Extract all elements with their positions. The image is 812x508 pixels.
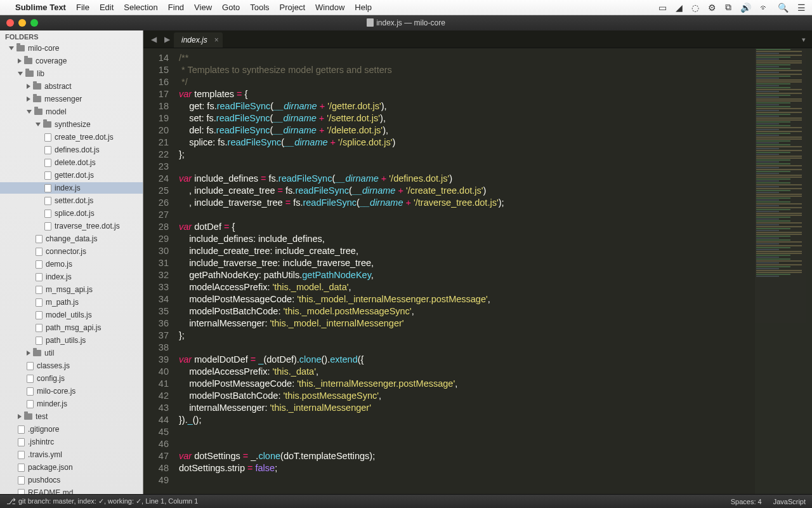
file-splice-dot-js[interactable]: splice.dot.js: [0, 208, 143, 219]
file--gitignore[interactable]: .gitignore: [0, 424, 143, 435]
code-line[interactable]: var templates = {: [179, 88, 812, 100]
file-m_path-js[interactable]: m_path.js: [0, 297, 143, 308]
folder-coverage[interactable]: coverage: [0, 55, 143, 67]
file-index-js[interactable]: index.js: [0, 271, 143, 283]
code-line[interactable]: [179, 209, 812, 221]
menu-goto[interactable]: Goto: [222, 3, 240, 12]
code-line[interactable]: var dotDef = {: [179, 221, 812, 233]
code-line[interactable]: var include_defines = fs.readFileSync(__…: [179, 173, 812, 185]
file-create_tree-dot-js[interactable]: create_tree.dot.js: [0, 131, 143, 143]
code-line[interactable]: get: fs.readFileSync(__dirname + '/gette…: [179, 100, 812, 112]
file-index-js[interactable]: index.js: [0, 182, 143, 194]
chevron-right-icon[interactable]: [27, 351, 30, 356]
code-line[interactable]: splice: fs.readFileSync(__dirname + '/sp…: [179, 137, 812, 149]
menu-file[interactable]: File: [76, 3, 89, 12]
file-classes-js[interactable]: classes.js: [0, 360, 143, 371]
code-line[interactable]: /**: [179, 52, 812, 64]
code-line[interactable]: */: [179, 76, 812, 88]
code-line[interactable]: internalMessenger: 'this._model._interna…: [179, 318, 812, 330]
file-README-md[interactable]: README.md: [0, 487, 143, 494]
menu-project[interactable]: Project: [280, 3, 305, 12]
file-delete-dot-js[interactable]: delete.dot.js: [0, 157, 143, 168]
file-path_msg_api-js[interactable]: path_msg_api.js: [0, 322, 143, 333]
file-setter-dot-js[interactable]: setter.dot.js: [0, 195, 143, 206]
code-line[interactable]: modelPostBatchCode: 'this.postMessageSyn…: [179, 390, 812, 402]
code-line[interactable]: var modelDotDef = _(dotDef).clone().exte…: [179, 354, 812, 366]
code-line[interactable]: , include_create_tree = fs.readFileSync(…: [179, 185, 812, 197]
file-tree[interactable]: milo-corecoveragelibabstractmessengermod…: [0, 42, 143, 494]
sync-icon[interactable]: ◌: [691, 3, 699, 13]
tab-bar[interactable]: ◀ ▶ index.js × ▾: [143, 30, 812, 48]
code-line[interactable]: modelAccessPrefix: 'this._data',: [179, 366, 812, 378]
tab-overflow-icon[interactable]: ▾: [796, 32, 812, 48]
adobe-icon[interactable]: ◢: [676, 3, 683, 13]
code-line[interactable]: , include_traverse_tree = fs.readFileSyn…: [179, 197, 812, 209]
file--travis-yml[interactable]: .travis.yml: [0, 449, 143, 460]
code-line[interactable]: var dotSettings = _.clone(doT.templateSe…: [179, 450, 812, 462]
folder-abstract[interactable]: abstract: [0, 81, 143, 92]
folder-synthesize[interactable]: synthesize: [0, 119, 143, 130]
file-change_data-js[interactable]: change_data.js: [0, 233, 143, 244]
code-line[interactable]: [179, 161, 812, 173]
file-m_msg_api-js[interactable]: m_msg_api.js: [0, 284, 143, 295]
file-demo-js[interactable]: demo.js: [0, 258, 143, 270]
chevron-right-icon[interactable]: [27, 97, 30, 102]
file-path_utils-js[interactable]: path_utils.js: [0, 335, 143, 346]
file-getter-dot-js[interactable]: getter.dot.js: [0, 170, 143, 181]
screen-icon[interactable]: ▭: [658, 3, 667, 13]
file--jshintrc[interactable]: .jshintrc: [0, 436, 143, 448]
code-line[interactable]: [179, 342, 812, 354]
code-line[interactable]: })._();: [179, 414, 812, 426]
file-connector-js[interactable]: connector.js: [0, 246, 143, 257]
code-area[interactable]: 1415161718192021222324252627282930313233…: [143, 48, 812, 494]
file-pushdocs[interactable]: pushdocs: [0, 474, 143, 486]
file-milo-core-js[interactable]: milo-core.js: [0, 385, 143, 397]
chevron-down-icon[interactable]: [9, 46, 14, 50]
file-model_utils-js[interactable]: model_utils.js: [0, 309, 143, 321]
code-line[interactable]: modelPostMessageCode: 'this._internalMes…: [179, 378, 812, 390]
chevron-right-icon[interactable]: [18, 414, 22, 419]
file-minder-js[interactable]: minder.js: [0, 398, 143, 410]
menu-tools[interactable]: Tools: [250, 3, 269, 12]
sidebar[interactable]: FOLDERS milo-corecoveragelibabstractmess…: [0, 30, 143, 494]
volume-icon[interactable]: 🔊: [740, 3, 751, 13]
wifi-icon[interactable]: ᯤ: [760, 3, 769, 13]
menu-help[interactable]: Help: [355, 3, 372, 12]
code-line[interactable]: };: [179, 149, 812, 161]
code-line[interactable]: del: fs.readFileSync(__dirname + '/delet…: [179, 124, 812, 137]
code-line[interactable]: [179, 438, 812, 450]
nav-back-icon[interactable]: ◀: [147, 35, 160, 48]
menu-window[interactable]: Window: [315, 3, 344, 12]
folder-messenger[interactable]: messenger: [0, 93, 143, 105]
code-line[interactable]: internalMessenger: 'this._internalMessen…: [179, 402, 812, 414]
file-package-json[interactable]: package.json: [0, 462, 143, 473]
folder-lib[interactable]: lib: [0, 68, 143, 79]
file-tab[interactable]: index.js ×: [174, 32, 223, 48]
chevron-down-icon[interactable]: [36, 123, 41, 126]
status-indent[interactable]: Spaces: 4: [731, 498, 762, 505]
settings-icon[interactable]: ⚙: [708, 3, 716, 13]
status-bar[interactable]: ⎇ git branch: master, index: ✓, working:…: [0, 494, 812, 508]
close-window-button[interactable]: [6, 19, 14, 27]
code-line[interactable]: modelPostBatchCode: 'this._model.postMes…: [179, 305, 812, 318]
control-center-icon[interactable]: ☰: [797, 3, 806, 13]
menu-edit[interactable]: Edit: [100, 3, 114, 12]
code-line[interactable]: set: fs.readFileSync(__dirname + '/sette…: [179, 112, 812, 124]
code-line[interactable]: * Templates to synthesize model getters …: [179, 64, 812, 76]
minimap[interactable]: [755, 48, 812, 494]
menu-selection[interactable]: Selection: [124, 3, 157, 12]
code-line[interactable]: include_traverse_tree: include_traverse_…: [179, 257, 812, 269]
file-traverse_tree-dot-js[interactable]: traverse_tree.dot.js: [0, 220, 143, 232]
nav-forward-icon[interactable]: ▶: [160, 35, 174, 48]
code-content[interactable]: /** * Templates to synthesize model gett…: [176, 48, 812, 494]
app-name[interactable]: Sublime Text: [15, 3, 66, 12]
code-line[interactable]: modelAccessPrefix: 'this._model._data',: [179, 281, 812, 293]
status-syntax[interactable]: JavaScript: [773, 498, 806, 505]
code-line[interactable]: [179, 474, 812, 486]
code-line[interactable]: getPathNodeKey: pathUtils.getPathNodeKey…: [179, 269, 812, 281]
zoom-window-button[interactable]: [30, 19, 38, 27]
file-config-js[interactable]: config.js: [0, 373, 143, 384]
video-icon[interactable]: ⧉: [725, 2, 731, 13]
folder-model[interactable]: model: [0, 106, 143, 117]
code-line[interactable]: modelPostMessageCode: 'this._model._inte…: [179, 293, 812, 305]
